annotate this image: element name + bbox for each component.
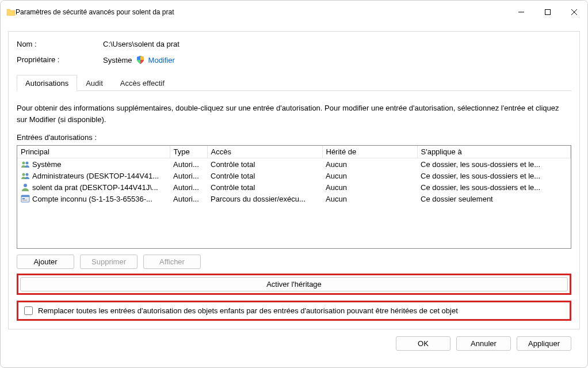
tab-effective-access[interactable]: Accès effectif [112, 75, 173, 91]
cell-type: Autori... [170, 158, 207, 170]
dialog-footer: OK Annuler Appliquer [8, 329, 580, 360]
principal-name: Administrateurs (DESKTOP-144V41... [32, 172, 159, 180]
window-controls [508, 1, 587, 24]
col-principal[interactable]: Principal [17, 146, 170, 158]
modify-owner-link[interactable]: Modifier [148, 56, 175, 65]
titlebar: Paramètres de sécurité avancés pour sole… [1, 1, 587, 24]
principal-icon [21, 194, 30, 203]
name-value: C:\Users\solent da prat [103, 40, 180, 48]
apply-button[interactable]: Appliquer [517, 336, 571, 351]
window-title: Paramètres de sécurité avancés pour sole… [16, 8, 508, 16]
view-button[interactable]: Afficher [143, 255, 201, 269]
cell-inherited: Aucun [322, 170, 417, 181]
permissions-table: Principal Type Accès Hérité de S'appliqu… [17, 145, 571, 249]
replace-children-highlight: Remplacer toutes les entrées d'autorisat… [17, 301, 571, 321]
name-label: Nom : [17, 40, 103, 48]
replace-children-label: Remplacer toutes les entrées d'autorisat… [38, 306, 458, 315]
cancel-button[interactable]: Annuler [456, 336, 511, 351]
principal-name: Système [32, 160, 62, 169]
cell-type: Autori... [170, 181, 207, 193]
cell-inherited: Aucun [322, 181, 417, 193]
cell-access: Contrôle total [207, 170, 322, 181]
principal-name: solent da prat (DESKTOP-144V41J\... [32, 183, 158, 192]
cell-applies: Ce dossier, les sous-dossiers et le... [417, 170, 571, 181]
tab-permissions[interactable]: Autorisations [17, 75, 77, 92]
owner-label: Propriétaire : [17, 55, 103, 65]
instructions-text: Pour obtenir des informations supplément… [17, 103, 571, 125]
cell-access: Contrôle total [207, 158, 322, 170]
principal-icon [21, 171, 30, 180]
table-row[interactable]: Administrateurs (DESKTOP-144V41...Autori… [17, 170, 571, 181]
table-row[interactable]: SystèmeAutori...Contrôle totalAucunCe do… [17, 158, 571, 170]
col-inherited[interactable]: Hérité de [322, 146, 417, 158]
replace-children-checkbox[interactable] [24, 306, 33, 315]
table-row[interactable]: Compte inconnu (S-1-15-3-65536-...Autori… [17, 193, 571, 204]
cell-applies: Ce dossier, les sous-dossiers et le... [417, 181, 571, 193]
cell-inherited: Aucun [322, 193, 417, 204]
remove-button[interactable]: Supprimer [80, 255, 138, 269]
svg-rect-7 [545, 10, 551, 15]
col-access[interactable]: Accès [207, 146, 322, 158]
maximize-button[interactable] [534, 1, 561, 24]
tabs: Autorisations Audit Accès effectif [17, 75, 571, 91]
add-button[interactable]: Ajouter [17, 255, 74, 269]
principal-name: Compte inconnu (S-1-15-3-65536-... [32, 195, 152, 203]
cell-access: Contrôle total [207, 181, 322, 193]
cell-inherited: Aucun [322, 158, 417, 170]
shield-icon [136, 55, 145, 65]
col-type[interactable]: Type [170, 146, 207, 158]
cell-type: Autori... [170, 193, 207, 204]
col-applies[interactable]: S'applique à [417, 146, 571, 158]
cell-applies: Ce dossier, les sous-dossiers et le... [417, 158, 571, 170]
entries-label: Entrées d'autorisations : [17, 133, 571, 142]
table-header-row: Principal Type Accès Hérité de S'appliqu… [17, 146, 571, 158]
cell-applies: Ce dossier seulement [417, 193, 571, 204]
principal-icon [21, 183, 30, 192]
folder-icon [6, 7, 16, 17]
enable-inheritance-button[interactable]: Activer l'héritage [20, 277, 568, 291]
main-panel: Nom : C:\Users\solent da prat Propriétai… [8, 31, 580, 329]
close-button[interactable] [561, 1, 587, 24]
owner-value: Système [103, 56, 132, 65]
ok-button[interactable]: OK [396, 336, 450, 351]
tab-audit[interactable]: Audit [77, 75, 112, 91]
table-row[interactable]: solent da prat (DESKTOP-144V41J\...Autor… [17, 181, 571, 193]
cell-access: Parcours du dossier/exécu... [207, 193, 322, 204]
enable-inheritance-highlight: Activer l'héritage [17, 274, 571, 295]
minimize-button[interactable] [508, 1, 534, 24]
principal-icon [21, 160, 30, 169]
cell-type: Autori... [170, 170, 207, 181]
